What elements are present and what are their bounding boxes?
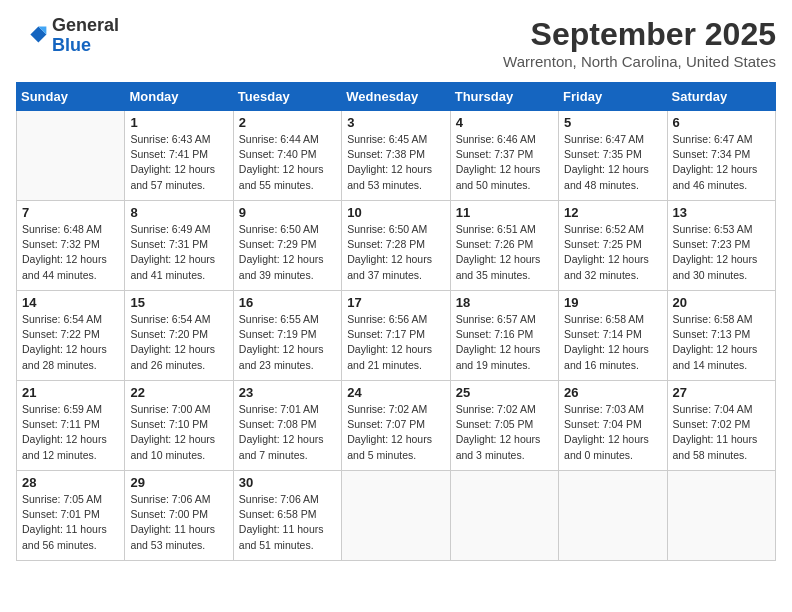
day-number: 16: [239, 295, 336, 310]
calendar-cell: 10Sunrise: 6:50 AMSunset: 7:28 PMDayligh…: [342, 201, 450, 291]
day-number: 4: [456, 115, 553, 130]
calendar-cell: 3Sunrise: 6:45 AMSunset: 7:38 PMDaylight…: [342, 111, 450, 201]
day-number: 14: [22, 295, 119, 310]
calendar-cell: 16Sunrise: 6:55 AMSunset: 7:19 PMDayligh…: [233, 291, 341, 381]
calendar-cell: 12Sunrise: 6:52 AMSunset: 7:25 PMDayligh…: [559, 201, 667, 291]
calendar-cell: 25Sunrise: 7:02 AMSunset: 7:05 PMDayligh…: [450, 381, 558, 471]
day-info: Sunrise: 6:50 AMSunset: 7:29 PMDaylight:…: [239, 222, 336, 283]
day-info: Sunrise: 7:06 AMSunset: 6:58 PMDaylight:…: [239, 492, 336, 553]
day-info: Sunrise: 7:00 AMSunset: 7:10 PMDaylight:…: [130, 402, 227, 463]
day-info: Sunrise: 6:54 AMSunset: 7:22 PMDaylight:…: [22, 312, 119, 373]
day-info: Sunrise: 7:01 AMSunset: 7:08 PMDaylight:…: [239, 402, 336, 463]
day-info: Sunrise: 7:05 AMSunset: 7:01 PMDaylight:…: [22, 492, 119, 553]
calendar-cell: 5Sunrise: 6:47 AMSunset: 7:35 PMDaylight…: [559, 111, 667, 201]
calendar-cell: 8Sunrise: 6:49 AMSunset: 7:31 PMDaylight…: [125, 201, 233, 291]
week-row: 1Sunrise: 6:43 AMSunset: 7:41 PMDaylight…: [17, 111, 776, 201]
calendar-cell: 20Sunrise: 6:58 AMSunset: 7:13 PMDayligh…: [667, 291, 775, 381]
day-number: 13: [673, 205, 770, 220]
day-info: Sunrise: 6:53 AMSunset: 7:23 PMDaylight:…: [673, 222, 770, 283]
calendar-cell: 7Sunrise: 6:48 AMSunset: 7:32 PMDaylight…: [17, 201, 125, 291]
logo: General Blue: [16, 16, 119, 56]
weekday-header: Saturday: [667, 83, 775, 111]
calendar-cell: 24Sunrise: 7:02 AMSunset: 7:07 PMDayligh…: [342, 381, 450, 471]
calendar-cell: 14Sunrise: 6:54 AMSunset: 7:22 PMDayligh…: [17, 291, 125, 381]
logo-blue: Blue: [52, 35, 91, 55]
day-number: 30: [239, 475, 336, 490]
week-row: 14Sunrise: 6:54 AMSunset: 7:22 PMDayligh…: [17, 291, 776, 381]
day-number: 6: [673, 115, 770, 130]
day-info: Sunrise: 6:43 AMSunset: 7:41 PMDaylight:…: [130, 132, 227, 193]
calendar-cell: 21Sunrise: 6:59 AMSunset: 7:11 PMDayligh…: [17, 381, 125, 471]
weekday-header: Sunday: [17, 83, 125, 111]
day-number: 5: [564, 115, 661, 130]
day-number: 3: [347, 115, 444, 130]
day-number: 24: [347, 385, 444, 400]
day-info: Sunrise: 7:03 AMSunset: 7:04 PMDaylight:…: [564, 402, 661, 463]
day-number: 20: [673, 295, 770, 310]
day-info: Sunrise: 6:58 AMSunset: 7:14 PMDaylight:…: [564, 312, 661, 373]
day-number: 27: [673, 385, 770, 400]
calendar-cell: 29Sunrise: 7:06 AMSunset: 7:00 PMDayligh…: [125, 471, 233, 561]
day-info: Sunrise: 6:49 AMSunset: 7:31 PMDaylight:…: [130, 222, 227, 283]
page-header: General Blue September 2025 Warrenton, N…: [16, 16, 776, 70]
calendar-cell: 22Sunrise: 7:00 AMSunset: 7:10 PMDayligh…: [125, 381, 233, 471]
calendar-cell: [559, 471, 667, 561]
day-number: 21: [22, 385, 119, 400]
day-info: Sunrise: 6:44 AMSunset: 7:40 PMDaylight:…: [239, 132, 336, 193]
day-info: Sunrise: 6:54 AMSunset: 7:20 PMDaylight:…: [130, 312, 227, 373]
day-info: Sunrise: 6:56 AMSunset: 7:17 PMDaylight:…: [347, 312, 444, 373]
calendar-cell: 6Sunrise: 6:47 AMSunset: 7:34 PMDaylight…: [667, 111, 775, 201]
day-number: 15: [130, 295, 227, 310]
day-info: Sunrise: 6:45 AMSunset: 7:38 PMDaylight:…: [347, 132, 444, 193]
calendar-cell: 18Sunrise: 6:57 AMSunset: 7:16 PMDayligh…: [450, 291, 558, 381]
calendar-cell: 17Sunrise: 6:56 AMSunset: 7:17 PMDayligh…: [342, 291, 450, 381]
weekday-header: Friday: [559, 83, 667, 111]
day-number: 22: [130, 385, 227, 400]
day-number: 9: [239, 205, 336, 220]
day-info: Sunrise: 7:06 AMSunset: 7:00 PMDaylight:…: [130, 492, 227, 553]
day-number: 17: [347, 295, 444, 310]
day-number: 18: [456, 295, 553, 310]
day-info: Sunrise: 6:46 AMSunset: 7:37 PMDaylight:…: [456, 132, 553, 193]
calendar-cell: 1Sunrise: 6:43 AMSunset: 7:41 PMDaylight…: [125, 111, 233, 201]
week-row: 7Sunrise: 6:48 AMSunset: 7:32 PMDaylight…: [17, 201, 776, 291]
day-info: Sunrise: 6:52 AMSunset: 7:25 PMDaylight:…: [564, 222, 661, 283]
calendar-cell: [17, 111, 125, 201]
calendar-cell: 26Sunrise: 7:03 AMSunset: 7:04 PMDayligh…: [559, 381, 667, 471]
calendar-cell: 23Sunrise: 7:01 AMSunset: 7:08 PMDayligh…: [233, 381, 341, 471]
week-row: 28Sunrise: 7:05 AMSunset: 7:01 PMDayligh…: [17, 471, 776, 561]
day-number: 1: [130, 115, 227, 130]
day-info: Sunrise: 7:02 AMSunset: 7:05 PMDaylight:…: [456, 402, 553, 463]
day-number: 10: [347, 205, 444, 220]
calendar-header-row: SundayMondayTuesdayWednesdayThursdayFrid…: [17, 83, 776, 111]
calendar-cell: 2Sunrise: 6:44 AMSunset: 7:40 PMDaylight…: [233, 111, 341, 201]
day-info: Sunrise: 7:04 AMSunset: 7:02 PMDaylight:…: [673, 402, 770, 463]
day-info: Sunrise: 6:57 AMSunset: 7:16 PMDaylight:…: [456, 312, 553, 373]
day-number: 25: [456, 385, 553, 400]
calendar-cell: 13Sunrise: 6:53 AMSunset: 7:23 PMDayligh…: [667, 201, 775, 291]
weekday-header: Monday: [125, 83, 233, 111]
location-title: Warrenton, North Carolina, United States: [503, 53, 776, 70]
logo-icon: [16, 20, 48, 52]
calendar-cell: 11Sunrise: 6:51 AMSunset: 7:26 PMDayligh…: [450, 201, 558, 291]
day-info: Sunrise: 7:02 AMSunset: 7:07 PMDaylight:…: [347, 402, 444, 463]
day-number: 12: [564, 205, 661, 220]
day-number: 7: [22, 205, 119, 220]
day-number: 8: [130, 205, 227, 220]
day-number: 29: [130, 475, 227, 490]
day-info: Sunrise: 6:58 AMSunset: 7:13 PMDaylight:…: [673, 312, 770, 373]
logo-general: General: [52, 15, 119, 35]
calendar-table: SundayMondayTuesdayWednesdayThursdayFrid…: [16, 82, 776, 561]
day-number: 28: [22, 475, 119, 490]
logo-text: General Blue: [52, 16, 119, 56]
calendar-cell: 9Sunrise: 6:50 AMSunset: 7:29 PMDaylight…: [233, 201, 341, 291]
day-number: 2: [239, 115, 336, 130]
day-info: Sunrise: 6:47 AMSunset: 7:34 PMDaylight:…: [673, 132, 770, 193]
title-block: September 2025 Warrenton, North Carolina…: [503, 16, 776, 70]
calendar-cell: [342, 471, 450, 561]
day-info: Sunrise: 6:48 AMSunset: 7:32 PMDaylight:…: [22, 222, 119, 283]
weekday-header: Wednesday: [342, 83, 450, 111]
month-title: September 2025: [503, 16, 776, 53]
calendar-cell: 15Sunrise: 6:54 AMSunset: 7:20 PMDayligh…: [125, 291, 233, 381]
calendar-cell: 30Sunrise: 7:06 AMSunset: 6:58 PMDayligh…: [233, 471, 341, 561]
